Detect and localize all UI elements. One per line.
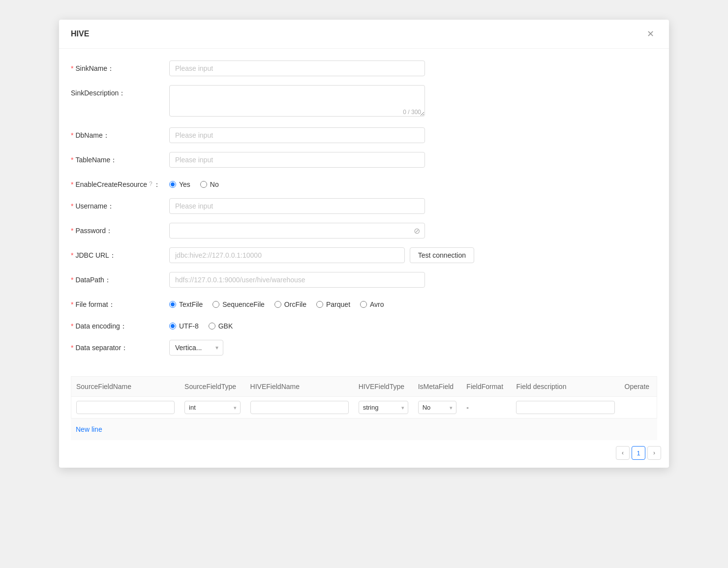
enable-create-yes-label[interactable]: Yes — [169, 180, 190, 188]
table-name-row: * TableName： — [71, 152, 657, 168]
db-name-label: * DbName： — [71, 127, 169, 140]
sink-desc-textarea[interactable] — [169, 85, 425, 117]
file-format-row: * File format： TextFile SequenceFile Or — [71, 297, 657, 309]
hive-dialog: HIVE ✕ * SinkName： SinkDescription： 0 / … — [59, 20, 669, 468]
file-format-orcfile-radio[interactable] — [274, 301, 281, 308]
db-name-row: * DbName： — [71, 127, 657, 143]
file-format-sequencefile-label[interactable]: SequenceFile — [212, 300, 265, 308]
enable-create-no-radio[interactable] — [200, 181, 207, 188]
username-control — [169, 198, 425, 214]
table-name-label: * TableName： — [71, 152, 169, 165]
data-separator-select[interactable]: Vertica... Tab Comma Space — [169, 340, 223, 356]
data-encoding-group: UTF-8 GBK — [169, 318, 425, 330]
next-page-button[interactable]: › — [647, 446, 661, 460]
jdbc-url-label: * JDBC URL： — [71, 247, 169, 260]
col-hive-field-name: HIVEFieldName — [245, 377, 354, 397]
username-input[interactable] — [169, 198, 425, 214]
hive-field-type-select-wrap: string int bigint double boolean — [359, 401, 408, 414]
table-name-input[interactable] — [169, 152, 425, 168]
data-encoding-row: * Data encoding： UTF-8 GBK — [71, 318, 657, 331]
source-field-name-cell — [71, 397, 180, 419]
field-format-value: - — [466, 404, 469, 412]
is-meta-field-select-wrap: No Yes — [418, 401, 457, 414]
db-name-input[interactable] — [169, 127, 425, 143]
sink-name-label: * SinkName： — [71, 60, 169, 73]
file-format-group: TextFile SequenceFile OrcFile Parquet — [169, 297, 425, 308]
file-format-control: TextFile SequenceFile OrcFile Parquet — [169, 297, 425, 308]
table-row: int string long double boolean — [71, 397, 657, 419]
enable-create-label: * EnableCreateResource ?： — [71, 177, 169, 189]
prev-page-button[interactable]: ‹ — [616, 446, 630, 460]
jdbc-url-control: Test connection — [169, 247, 474, 263]
jdbc-url-row: * JDBC URL： Test connection — [71, 247, 657, 263]
enable-create-row: * EnableCreateResource ?： Yes No — [71, 177, 657, 189]
col-source-field-type: SourceFieldType — [180, 377, 245, 397]
encoding-gbk-label[interactable]: GBK — [209, 322, 233, 330]
file-format-label: * File format： — [71, 297, 169, 309]
source-field-type-select[interactable]: int string long double boolean — [184, 401, 241, 414]
source-field-type-cell: int string long double boolean — [180, 397, 245, 419]
operate-cell — [620, 397, 657, 419]
table-section: SourceFieldName SourceFieldType HIVEFiel… — [59, 376, 669, 440]
data-table: SourceFieldName SourceFieldType HIVEFiel… — [71, 376, 657, 419]
encoding-utf8-label[interactable]: UTF-8 — [169, 322, 199, 330]
sink-desc-row: SinkDescription： 0 / 300 — [71, 85, 657, 119]
dialog-body: * SinkName： SinkDescription： 0 / 300 * — [59, 49, 669, 372]
is-meta-field-select[interactable]: No Yes — [418, 401, 457, 414]
sink-name-control — [169, 60, 425, 76]
password-row: * Password： ⊘ — [71, 223, 657, 239]
page-1-button[interactable]: 1 — [632, 446, 645, 460]
hive-field-type-cell: string int bigint double boolean — [354, 397, 413, 419]
enable-create-yes-radio[interactable] — [169, 181, 176, 188]
jdbc-url-input[interactable] — [169, 247, 405, 263]
col-is-meta-field: IsMetaField — [413, 377, 462, 397]
username-label: * Username： — [71, 198, 169, 211]
table-header-row: SourceFieldName SourceFieldType HIVEFiel… — [71, 377, 657, 397]
encoding-utf8-radio[interactable] — [169, 323, 176, 329]
col-hive-field-type: HIVEFieldType — [354, 377, 413, 397]
password-label: * Password： — [71, 223, 169, 236]
field-description-input[interactable] — [516, 401, 614, 414]
encoding-gbk-radio[interactable] — [209, 323, 215, 329]
help-icon[interactable]: ? — [149, 180, 152, 187]
test-connection-button[interactable]: Test connection — [410, 247, 474, 263]
col-field-description: Field description — [511, 377, 619, 397]
new-line-button[interactable]: New line — [76, 423, 102, 435]
field-format-cell: - — [461, 397, 511, 419]
close-button[interactable]: ✕ — [644, 29, 657, 39]
file-format-parquet-radio[interactable] — [316, 301, 323, 308]
password-wrap: ⊘ — [169, 223, 425, 239]
file-format-textfile-radio[interactable] — [169, 301, 176, 308]
hive-field-name-input[interactable] — [250, 401, 349, 414]
dialog-header: HIVE ✕ — [59, 20, 669, 49]
table-name-control — [169, 152, 425, 168]
source-field-name-input[interactable] — [76, 401, 175, 414]
source-field-type-select-wrap: int string long double boolean — [184, 401, 241, 414]
password-control: ⊘ — [169, 223, 425, 239]
hive-field-name-cell — [245, 397, 354, 419]
is-meta-field-cell: No Yes — [413, 397, 462, 419]
file-format-sequencefile-radio[interactable] — [212, 301, 219, 308]
password-input[interactable] — [169, 223, 425, 239]
file-format-avro-radio[interactable] — [360, 301, 367, 308]
hive-field-type-select[interactable]: string int bigint double boolean — [359, 401, 408, 414]
eye-icon[interactable]: ⊘ — [414, 226, 420, 236]
data-separator-control: Vertica... Tab Comma Space — [169, 340, 425, 356]
col-source-field-name: SourceFieldName — [71, 377, 180, 397]
data-path-control — [169, 272, 425, 288]
file-format-orcfile-label[interactable]: OrcFile — [274, 300, 306, 308]
file-format-avro-label[interactable]: Avro — [360, 300, 384, 308]
data-separator-row: * Data separator： Vertica... Tab Comma S… — [71, 340, 657, 356]
col-operate: Operate — [620, 377, 657, 397]
pagination: ‹ 1 › — [59, 440, 669, 468]
data-encoding-control: UTF-8 GBK — [169, 318, 425, 330]
field-description-cell — [511, 397, 619, 419]
file-format-textfile-label[interactable]: TextFile — [169, 300, 203, 308]
file-format-parquet-label[interactable]: Parquet — [316, 300, 350, 308]
data-separator-label: * Data separator： — [71, 340, 169, 353]
sink-name-input[interactable] — [169, 60, 425, 76]
sink-desc-control: 0 / 300 — [169, 85, 425, 119]
enable-create-no-label[interactable]: No — [200, 180, 219, 188]
data-path-input[interactable] — [169, 272, 425, 288]
new-line-row: New line — [71, 419, 657, 440]
